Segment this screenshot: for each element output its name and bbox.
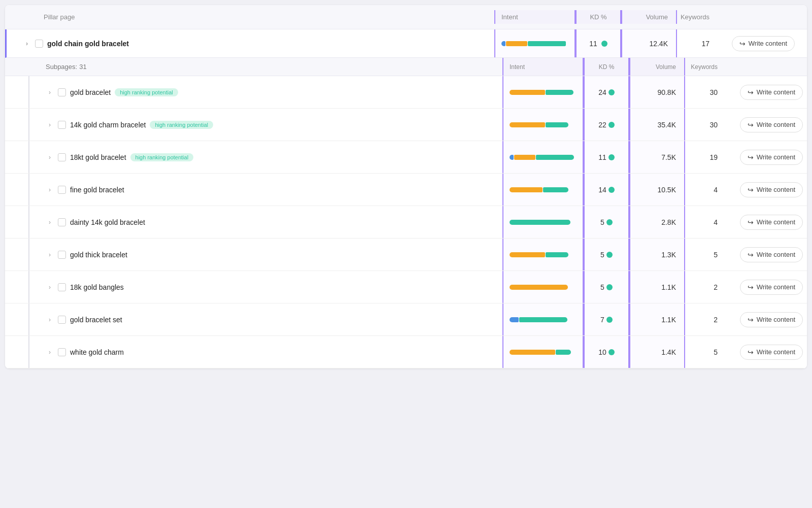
intent-bar [510, 90, 573, 95]
kd-dot [608, 89, 615, 95]
row-name: 14k gold charm bracelet [70, 121, 146, 129]
row-intent [502, 239, 584, 270]
bar-segment [510, 252, 545, 257]
row-checkbox[interactable] [58, 283, 66, 291]
kd-dot [608, 349, 615, 355]
sub-row: ›gold thick bracelet51.3K5↪Write content [5, 239, 807, 271]
bar-segment [536, 155, 574, 160]
keywords-value: 4 [714, 186, 718, 194]
kd-value: 14 [598, 186, 606, 194]
expand-icon[interactable]: › [46, 88, 54, 96]
kd-value: 7 [600, 316, 604, 324]
expand-icon[interactable]: › [46, 186, 54, 194]
row-checkbox[interactable] [58, 251, 66, 259]
keywords-value: 4 [714, 218, 718, 226]
subpages-keywords-header: Keywords [685, 58, 726, 76]
write-content-button[interactable]: ↪Write content [740, 345, 803, 360]
tree-line [28, 109, 29, 141]
write-label: Write content [757, 218, 795, 226]
row-action: ↪Write content [726, 109, 807, 141]
row-volume: 1.1K [629, 271, 685, 303]
keywords-value: 19 [709, 153, 718, 161]
write-content-button[interactable]: ↪Write content [740, 85, 803, 100]
row-name: gold bracelet [70, 88, 111, 96]
bar-segment [543, 187, 568, 192]
bar-segment [510, 285, 568, 290]
pillar-name: › gold chain gold bracelet [15, 29, 494, 57]
write-content-button[interactable]: ↪Write content [740, 182, 803, 197]
write-icon: ↪ [748, 186, 754, 194]
row-checkbox[interactable] [58, 218, 66, 226]
row-checkbox[interactable] [58, 316, 66, 324]
write-label: Write content [757, 316, 795, 323]
header-pillar: Pillar page [13, 13, 494, 21]
sub-row: ›dainty 14k gold bracelet52.8K4↪Write co… [5, 206, 807, 239]
write-icon: ↪ [748, 348, 754, 356]
row-checkbox[interactable] [58, 348, 66, 356]
row-action: ↪Write content [726, 336, 807, 368]
tree-line [28, 336, 29, 368]
write-content-button[interactable]: ↪Write content [740, 312, 803, 327]
bar-segment [546, 122, 568, 127]
pillar-write-btn[interactable]: ↪ Write content [732, 36, 795, 51]
kd-value: 10 [598, 348, 606, 356]
kd-value: 24 [598, 88, 606, 96]
expand-icon[interactable]: › [46, 283, 54, 291]
pillar-row: › gold chain gold bracelet 11 12.4K 17 [5, 29, 807, 58]
write-content-button[interactable]: ↪Write content [740, 150, 803, 165]
row-intent [502, 336, 584, 368]
tree-line [28, 206, 29, 238]
sub-row-pillar: ›dainty 14k gold bracelet [5, 206, 502, 238]
subpages-label: Subpages: [46, 63, 77, 71]
expand-icon[interactable]: › [46, 218, 54, 226]
row-checkbox[interactable] [58, 153, 66, 161]
row-checkbox[interactable] [58, 121, 66, 129]
kd-dot [601, 41, 607, 47]
write-icon: ↪ [748, 316, 754, 324]
bar-segment [510, 220, 570, 225]
expand-icon[interactable]: › [46, 316, 54, 324]
row-volume: 1.3K [629, 239, 685, 270]
kd-dot [606, 252, 613, 258]
bar-segment [546, 90, 573, 95]
pillar-kd-value: 11 [589, 40, 597, 48]
write-label: Write content [757, 121, 795, 128]
write-label: Write content [757, 348, 795, 356]
tree-line [28, 141, 29, 173]
write-content-button[interactable]: ↪Write content [740, 215, 803, 230]
pillar-checkbox[interactable] [35, 40, 43, 48]
row-volume: 2.8K [629, 206, 685, 238]
kd-dot [608, 122, 615, 128]
sub-row: ›fine gold bracelet1410.5K4↪Write conten… [5, 174, 807, 206]
row-volume: 1.4K [629, 336, 685, 368]
expand-icon[interactable]: › [46, 348, 54, 356]
pillar-action: ↪ Write content [718, 29, 799, 57]
row-keywords: 2 [685, 271, 726, 303]
subpages-action-header [726, 58, 807, 76]
expand-icon[interactable]: › [46, 121, 54, 129]
write-content-button[interactable]: ↪Write content [740, 117, 803, 132]
subpages-header-row: Subpages: 31 Intent KD % Volume Keywords [5, 58, 807, 76]
sub-row-pillar: ›14k gold charm bracelethigh ranking pot… [5, 109, 502, 141]
header-volume: Volume [621, 10, 677, 24]
sub-row-pillar: ›gold bracelethigh ranking potential [5, 76, 502, 108]
pillar-kd: 11 [576, 29, 621, 57]
write-content-button[interactable]: ↪Write content [740, 247, 803, 262]
row-keywords: 19 [685, 141, 726, 173]
row-checkbox[interactable] [58, 88, 66, 96]
header-kd: KD % [576, 10, 621, 24]
row-action: ↪Write content [726, 76, 807, 108]
expand-icon[interactable]: › [46, 251, 54, 259]
row-volume: 35.4K [629, 109, 685, 141]
row-kd: 10 [584, 336, 629, 368]
write-content-button[interactable]: ↪Write content [740, 280, 803, 295]
kd-value: 22 [598, 121, 606, 129]
bar-segment [510, 350, 555, 355]
expand-icon[interactable]: › [46, 153, 54, 161]
bar-seg-blue [501, 41, 505, 46]
expand-icon[interactable]: › [23, 40, 31, 48]
tree-line [28, 303, 29, 335]
row-checkbox[interactable] [58, 186, 66, 194]
row-intent [502, 271, 584, 303]
row-name: 18kt gold bracelet [70, 153, 126, 161]
